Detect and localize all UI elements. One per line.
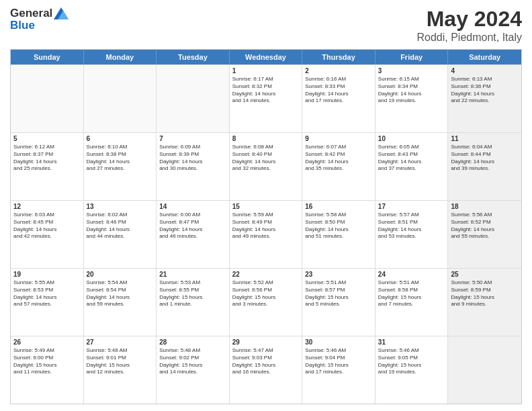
title-block: May 2024 Roddi, Piedmont, Italy bbox=[416, 7, 522, 44]
calendar-cell: 15Sunrise: 5:59 AM Sunset: 8:49 PM Dayli… bbox=[230, 201, 303, 268]
calendar-cell: 16Sunrise: 5:58 AM Sunset: 8:50 PM Dayli… bbox=[302, 201, 375, 268]
day-info: Sunrise: 5:47 AM Sunset: 9:03 PM Dayligh… bbox=[232, 347, 300, 376]
day-info: Sunrise: 6:08 AM Sunset: 8:40 PM Dayligh… bbox=[232, 144, 300, 173]
calendar-cell: 12Sunrise: 6:03 AM Sunset: 8:45 PM Dayli… bbox=[11, 201, 84, 268]
day-info: Sunrise: 5:55 AM Sunset: 8:53 PM Dayligh… bbox=[13, 279, 81, 308]
day-number: 9 bbox=[305, 135, 372, 142]
calendar-cell: 2Sunrise: 6:16 AM Sunset: 8:33 PM Daylig… bbox=[302, 65, 375, 132]
day-number: 14 bbox=[159, 203, 226, 210]
day-info: Sunrise: 5:50 AM Sunset: 8:59 PM Dayligh… bbox=[451, 279, 519, 308]
day-info: Sunrise: 5:53 AM Sunset: 8:55 PM Dayligh… bbox=[159, 279, 226, 308]
day-number: 16 bbox=[305, 203, 372, 210]
day-number: 28 bbox=[159, 338, 226, 346]
calendar-row: 5Sunrise: 6:12 AM Sunset: 8:37 PM Daylig… bbox=[11, 132, 521, 200]
calendar-cell: 25Sunrise: 5:50 AM Sunset: 8:59 PM Dayli… bbox=[448, 269, 521, 336]
day-info: Sunrise: 5:48 AM Sunset: 9:02 PM Dayligh… bbox=[159, 347, 226, 376]
day-info: Sunrise: 6:09 AM Sunset: 8:39 PM Dayligh… bbox=[159, 144, 226, 173]
day-number: 18 bbox=[451, 203, 519, 210]
weekday-header: Sunday bbox=[11, 50, 84, 64]
day-number: 2 bbox=[305, 67, 372, 75]
calendar-cell: 30Sunrise: 5:46 AM Sunset: 9:04 PM Dayli… bbox=[302, 336, 375, 404]
day-info: Sunrise: 5:51 AM Sunset: 8:58 PM Dayligh… bbox=[378, 279, 445, 308]
day-number: 22 bbox=[232, 271, 300, 278]
day-number: 25 bbox=[451, 271, 519, 278]
calendar-cell: 20Sunrise: 5:54 AM Sunset: 8:54 PM Dayli… bbox=[84, 269, 157, 336]
day-info: Sunrise: 5:46 AM Sunset: 9:05 PM Dayligh… bbox=[378, 347, 445, 376]
day-info: Sunrise: 5:58 AM Sunset: 8:50 PM Dayligh… bbox=[305, 212, 372, 240]
day-info: Sunrise: 6:10 AM Sunset: 8:38 PM Dayligh… bbox=[87, 144, 154, 173]
day-number: 19 bbox=[13, 271, 81, 278]
day-info: Sunrise: 5:52 AM Sunset: 8:56 PM Dayligh… bbox=[232, 279, 300, 308]
day-number: 13 bbox=[87, 203, 154, 210]
calendar-cell: 31Sunrise: 5:46 AM Sunset: 9:05 PM Dayli… bbox=[375, 336, 449, 404]
day-info: Sunrise: 5:59 AM Sunset: 8:49 PM Dayligh… bbox=[232, 212, 300, 240]
calendar-row: 26Sunrise: 5:49 AM Sunset: 9:00 PM Dayli… bbox=[11, 336, 521, 404]
calendar-body: 1Sunrise: 6:17 AM Sunset: 8:32 PM Daylig… bbox=[11, 64, 521, 404]
logo-icon bbox=[54, 7, 69, 19]
day-info: Sunrise: 5:49 AM Sunset: 9:00 PM Dayligh… bbox=[13, 347, 81, 376]
day-number: 21 bbox=[159, 271, 226, 278]
calendar-cell: 17Sunrise: 5:57 AM Sunset: 8:51 PM Dayli… bbox=[375, 201, 449, 268]
day-info: Sunrise: 6:17 AM Sunset: 8:32 PM Dayligh… bbox=[232, 76, 300, 105]
calendar-cell: 1Sunrise: 6:17 AM Sunset: 8:32 PM Daylig… bbox=[230, 65, 303, 132]
calendar-cell bbox=[448, 336, 521, 404]
location: Roddi, Piedmont, Italy bbox=[416, 32, 522, 44]
day-info: Sunrise: 5:51 AM Sunset: 8:57 PM Dayligh… bbox=[305, 279, 372, 308]
calendar-header: SundayMondayTuesdayWednesdayThursdayFrid… bbox=[11, 50, 521, 64]
weekday-header: Friday bbox=[375, 50, 449, 64]
month-title: May 2024 bbox=[416, 7, 522, 32]
calendar: SundayMondayTuesdayWednesdayThursdayFrid… bbox=[10, 49, 522, 404]
logo-general: General bbox=[10, 7, 52, 20]
day-number: 12 bbox=[13, 203, 81, 210]
day-number: 11 bbox=[451, 135, 519, 142]
day-info: Sunrise: 5:56 AM Sunset: 8:52 PM Dayligh… bbox=[451, 212, 519, 240]
calendar-cell: 27Sunrise: 5:48 AM Sunset: 9:01 PM Dayli… bbox=[84, 336, 157, 404]
calendar-cell: 14Sunrise: 6:00 AM Sunset: 8:47 PM Dayli… bbox=[157, 201, 230, 268]
day-number: 29 bbox=[232, 338, 300, 346]
calendar-cell: 22Sunrise: 5:52 AM Sunset: 8:56 PM Dayli… bbox=[230, 269, 303, 336]
day-info: Sunrise: 6:03 AM Sunset: 8:45 PM Dayligh… bbox=[13, 212, 81, 240]
day-info: Sunrise: 5:57 AM Sunset: 8:51 PM Dayligh… bbox=[378, 212, 445, 240]
logo: General Blue bbox=[10, 7, 69, 32]
day-number: 10 bbox=[378, 135, 445, 142]
day-info: Sunrise: 5:46 AM Sunset: 9:04 PM Dayligh… bbox=[305, 347, 372, 376]
calendar-cell: 4Sunrise: 6:13 AM Sunset: 8:36 PM Daylig… bbox=[448, 65, 521, 132]
day-number: 24 bbox=[378, 271, 445, 278]
day-number: 3 bbox=[378, 67, 445, 75]
calendar-row: 19Sunrise: 5:55 AM Sunset: 8:53 PM Dayli… bbox=[11, 268, 521, 336]
calendar-cell: 13Sunrise: 6:02 AM Sunset: 8:46 PM Dayli… bbox=[84, 201, 157, 268]
calendar-cell: 26Sunrise: 5:49 AM Sunset: 9:00 PM Dayli… bbox=[11, 336, 84, 404]
calendar-cell: 28Sunrise: 5:48 AM Sunset: 9:02 PM Dayli… bbox=[157, 336, 230, 404]
weekday-header: Saturday bbox=[448, 50, 521, 64]
calendar-cell: 7Sunrise: 6:09 AM Sunset: 8:39 PM Daylig… bbox=[157, 133, 230, 200]
calendar-cell: 21Sunrise: 5:53 AM Sunset: 8:55 PM Dayli… bbox=[157, 269, 230, 336]
day-number: 7 bbox=[159, 135, 226, 142]
calendar-cell: 10Sunrise: 6:05 AM Sunset: 8:43 PM Dayli… bbox=[375, 133, 449, 200]
day-info: Sunrise: 6:02 AM Sunset: 8:46 PM Dayligh… bbox=[87, 212, 154, 240]
calendar-row: 12Sunrise: 6:03 AM Sunset: 8:45 PM Dayli… bbox=[11, 200, 521, 268]
calendar-cell: 11Sunrise: 6:04 AM Sunset: 8:44 PM Dayli… bbox=[448, 133, 521, 200]
day-info: Sunrise: 5:48 AM Sunset: 9:01 PM Dayligh… bbox=[87, 347, 154, 376]
calendar-cell bbox=[11, 65, 84, 132]
weekday-header: Tuesday bbox=[157, 50, 230, 64]
day-info: Sunrise: 6:12 AM Sunset: 8:37 PM Dayligh… bbox=[13, 144, 81, 173]
day-number: 15 bbox=[232, 203, 300, 210]
calendar-cell: 24Sunrise: 5:51 AM Sunset: 8:58 PM Dayli… bbox=[375, 269, 449, 336]
day-number: 17 bbox=[378, 203, 445, 210]
day-number: 26 bbox=[13, 338, 81, 346]
day-info: Sunrise: 5:54 AM Sunset: 8:54 PM Dayligh… bbox=[87, 279, 154, 308]
page: General Blue May 2024 Roddi, Piedmont, I… bbox=[0, 0, 532, 411]
day-number: 30 bbox=[305, 338, 372, 346]
calendar-cell: 23Sunrise: 5:51 AM Sunset: 8:57 PM Dayli… bbox=[302, 269, 375, 336]
calendar-cell: 9Sunrise: 6:07 AM Sunset: 8:42 PM Daylig… bbox=[302, 133, 375, 200]
day-number: 20 bbox=[87, 271, 154, 278]
day-number: 31 bbox=[378, 338, 445, 346]
day-number: 1 bbox=[232, 67, 300, 75]
calendar-row: 1Sunrise: 6:17 AM Sunset: 8:32 PM Daylig… bbox=[11, 64, 521, 132]
calendar-cell: 18Sunrise: 5:56 AM Sunset: 8:52 PM Dayli… bbox=[448, 201, 521, 268]
calendar-cell bbox=[157, 65, 230, 132]
header: General Blue May 2024 Roddi, Piedmont, I… bbox=[10, 7, 522, 44]
logo-blue: Blue bbox=[10, 19, 35, 32]
weekday-header: Thursday bbox=[302, 50, 375, 64]
calendar-cell: 6Sunrise: 6:10 AM Sunset: 8:38 PM Daylig… bbox=[84, 133, 157, 200]
